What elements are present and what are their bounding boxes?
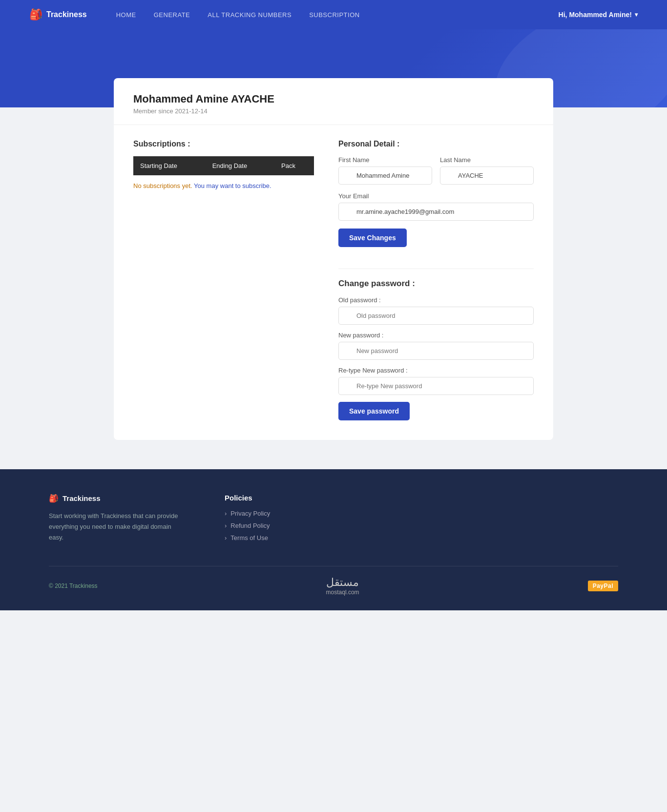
- email-input[interactable]: [338, 203, 534, 221]
- profile-card: Mohammed Amine AYACHE Member since 2021-…: [114, 78, 553, 125]
- footer-mostaql: مستقل mostaql.com: [326, 576, 359, 596]
- new-password-wrapper: 🔑: [338, 342, 534, 360]
- chevron-right-icon: ›: [225, 510, 227, 517]
- subscriptions-table: Starting Date Ending Date Pack: [133, 156, 314, 175]
- last-name-input[interactable]: [440, 167, 534, 185]
- policies-title: Policies: [225, 494, 270, 502]
- nav-link-subscription[interactable]: SUBSCRIPTION: [309, 11, 360, 19]
- paypal-badge: PayPal: [588, 581, 618, 591]
- old-password-label: Old password :: [338, 296, 534, 304]
- new-password-group: New password : 🔑: [338, 332, 534, 360]
- nav-logo[interactable]: 🎒 Trackiness: [29, 8, 87, 21]
- col-pack: Pack: [274, 156, 314, 175]
- footer-brand: 🎒 Trackiness Start working with Trackine…: [49, 494, 186, 546]
- footer-description: Start working with Trackiness that can p…: [49, 511, 186, 543]
- old-password-input[interactable]: [338, 307, 534, 325]
- policy-privacy-label: Privacy Policy: [230, 510, 270, 517]
- chevron-down-icon: ▾: [635, 11, 638, 18]
- retype-password-label: Re-type New password :: [338, 367, 534, 374]
- change-password-title: Change password :: [338, 279, 534, 289]
- first-name-group: First Name 👤: [338, 156, 432, 185]
- logo-text: Trackiness: [46, 10, 87, 19]
- first-name-label: First Name: [338, 156, 432, 164]
- col-ending-date: Ending Date: [206, 156, 274, 175]
- policy-privacy[interactable]: › Privacy Policy: [225, 510, 270, 517]
- retype-password-group: Re-type New password : 🔑: [338, 367, 534, 395]
- policy-terms-label: Terms of Use: [230, 534, 268, 541]
- last-name-wrapper: 👤: [440, 167, 534, 185]
- no-subscription-msg: No subscriptions yet. You may want to su…: [133, 182, 314, 189]
- nav-user-label: Hi, Mohammed Amine!: [559, 11, 632, 19]
- footer: 🎒 Trackiness Start working with Trackine…: [0, 469, 667, 610]
- profile-since: Member since 2021-12-14: [133, 107, 534, 115]
- policy-refund-label: Refund Policy: [230, 522, 270, 529]
- subscribe-link[interactable]: You may want to subscribe.: [194, 182, 271, 189]
- chevron-right-icon-2: ›: [225, 522, 227, 529]
- subscriptions-section: Subscriptions : Starting Date Ending Dat…: [133, 140, 314, 420]
- footer-policies: Policies › Privacy Policy › Refund Polic…: [225, 494, 270, 546]
- retype-password-input[interactable]: [338, 377, 534, 395]
- personal-detail-title: Personal Detail :: [338, 140, 534, 148]
- old-password-wrapper: 🔑: [338, 307, 534, 325]
- col-starting-date: Starting Date: [133, 156, 206, 175]
- email-label: Your Email: [338, 192, 534, 200]
- nav-user[interactable]: Hi, Mohammed Amine! ▾: [559, 11, 638, 19]
- nav-link-all-tracking[interactable]: ALL TRACKING NUMBERS: [208, 11, 292, 19]
- footer-logo: 🎒 Trackiness: [49, 494, 186, 503]
- save-changes-button[interactable]: Save Changes: [338, 229, 407, 247]
- first-name-input[interactable]: [338, 167, 432, 185]
- email-wrapper: ✉: [338, 203, 534, 221]
- personal-detail-section: Personal Detail : First Name 👤 Last Name…: [338, 140, 534, 420]
- policy-terms[interactable]: › Terms of Use: [225, 534, 270, 541]
- subscriptions-title: Subscriptions :: [133, 140, 314, 148]
- new-password-label: New password :: [338, 332, 534, 339]
- new-password-input[interactable]: [338, 342, 534, 360]
- nav-links: HOME GENERATE ALL TRACKING NUMBERS SUBSC…: [116, 11, 559, 19]
- save-password-button[interactable]: Save password: [338, 402, 410, 420]
- first-name-wrapper: 👤: [338, 167, 432, 185]
- nav-link-generate[interactable]: GENERATE: [154, 11, 190, 19]
- nav-link-home[interactable]: HOME: [116, 11, 136, 19]
- body-card: Subscriptions : Starting Date Ending Dat…: [114, 125, 553, 440]
- old-password-group: Old password : 🔑: [338, 296, 534, 325]
- last-name-label: Last Name: [440, 156, 534, 164]
- section-divider: [338, 269, 534, 269]
- footer-logo-text: Trackiness: [63, 494, 101, 502]
- footer-copyright: © 2021 Trackiness: [49, 583, 98, 589]
- footer-top: 🎒 Trackiness Start working with Trackine…: [49, 494, 618, 546]
- chevron-right-icon-3: ›: [225, 534, 227, 541]
- email-group: Your Email ✉: [338, 192, 534, 221]
- mostaql-arabic: مستقل: [326, 576, 359, 589]
- policy-refund[interactable]: › Refund Policy: [225, 522, 270, 529]
- last-name-group: Last Name 👤: [440, 156, 534, 185]
- retype-password-wrapper: 🔑: [338, 377, 534, 395]
- mostaql-en: mostaql.com: [326, 589, 359, 596]
- footer-bottom: © 2021 Trackiness مستقل mostaql.com PayP…: [49, 566, 618, 596]
- footer-logo-icon: 🎒: [49, 494, 59, 503]
- logo-icon: 🎒: [29, 8, 42, 21]
- navbar: 🎒 Trackiness HOME GENERATE ALL TRACKING …: [0, 0, 667, 29]
- name-row: First Name 👤 Last Name 👤: [338, 156, 534, 185]
- profile-name: Mohammed Amine AYACHE: [133, 93, 534, 105]
- main-content: Mohammed Amine AYACHE Member since 2021-…: [114, 78, 553, 440]
